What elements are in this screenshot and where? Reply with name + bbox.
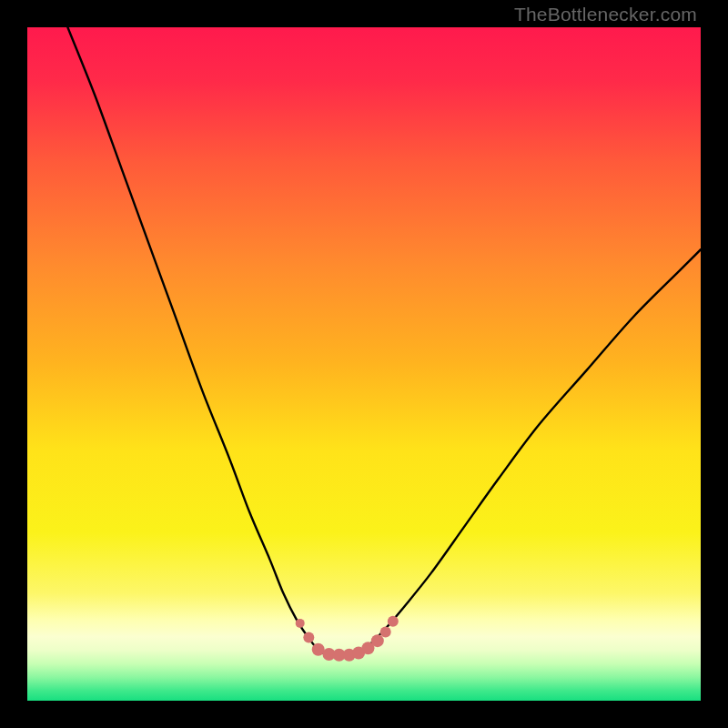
plot-area bbox=[27, 27, 701, 701]
background-gradient bbox=[27, 27, 701, 701]
svg-rect-0 bbox=[27, 27, 701, 701]
chart-frame: TheBottlenecker.com bbox=[0, 0, 728, 728]
watermark-text: TheBottlenecker.com bbox=[514, 4, 697, 25]
